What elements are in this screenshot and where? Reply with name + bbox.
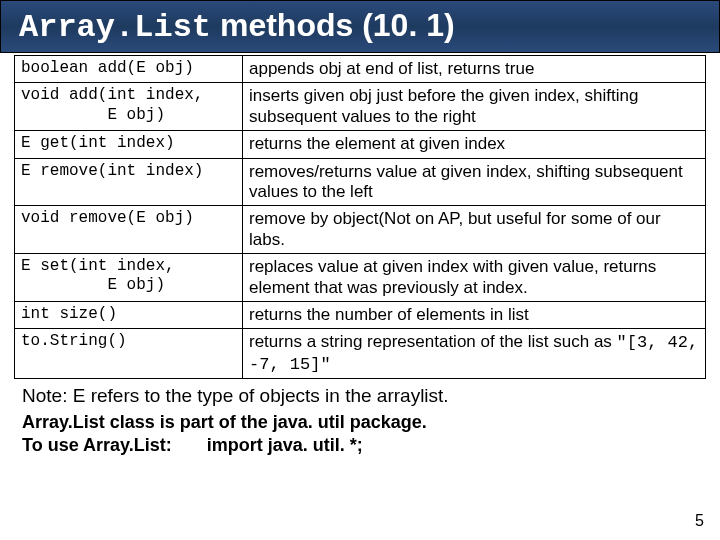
table-row: int size() returns the number of element… <box>15 301 706 328</box>
method-description: returns the element at given index <box>243 131 706 158</box>
table-row: void add(int index, E obj) inserts given… <box>15 83 706 131</box>
title-suffix: methods (10. 1) <box>211 7 455 43</box>
method-description: returns the number of elements in list <box>243 301 706 328</box>
method-signature: void remove(E obj) <box>15 206 243 254</box>
page-number: 5 <box>695 512 704 530</box>
methods-table: boolean add(E obj) appends obj at end of… <box>14 55 706 379</box>
footer-line1: Array.List class is part of the java. ut… <box>22 411 698 434</box>
method-description: returns a string representation of the l… <box>243 329 706 379</box>
method-signature: int size() <box>15 301 243 328</box>
method-signature: void add(int index, E obj) <box>15 83 243 131</box>
footer-line2: To use Array.List: import java. util. *; <box>22 434 698 457</box>
method-description: replaces value at given index with given… <box>243 254 706 302</box>
method-signature: E get(int index) <box>15 131 243 158</box>
table-row: void remove(E obj) remove by object(Not … <box>15 206 706 254</box>
method-description: appends obj at end of list, returns true <box>243 56 706 83</box>
desc-text: returns a string representation of the l… <box>249 332 617 351</box>
note-text: Note: E refers to the type of objects in… <box>22 385 698 407</box>
table-row: E remove(int index) removes/returns valu… <box>15 158 706 206</box>
table-row: to.String() returns a string representat… <box>15 329 706 379</box>
method-description: inserts given obj just before the given … <box>243 83 706 131</box>
title-class: Array.List <box>19 9 211 46</box>
table-row: boolean add(E obj) appends obj at end of… <box>15 56 706 83</box>
method-signature: E remove(int index) <box>15 158 243 206</box>
table-row: E set(int index, E obj) replaces value a… <box>15 254 706 302</box>
table-row: E get(int index) returns the element at … <box>15 131 706 158</box>
slide-title: Array.List methods (10. 1) <box>0 0 720 53</box>
footer-text: Array.List class is part of the java. ut… <box>22 411 698 456</box>
method-signature: to.String() <box>15 329 243 379</box>
method-description: remove by object(Not on AP, but useful f… <box>243 206 706 254</box>
method-signature: boolean add(E obj) <box>15 56 243 83</box>
method-description: removes/returns value at given index, sh… <box>243 158 706 206</box>
method-signature: E set(int index, E obj) <box>15 254 243 302</box>
